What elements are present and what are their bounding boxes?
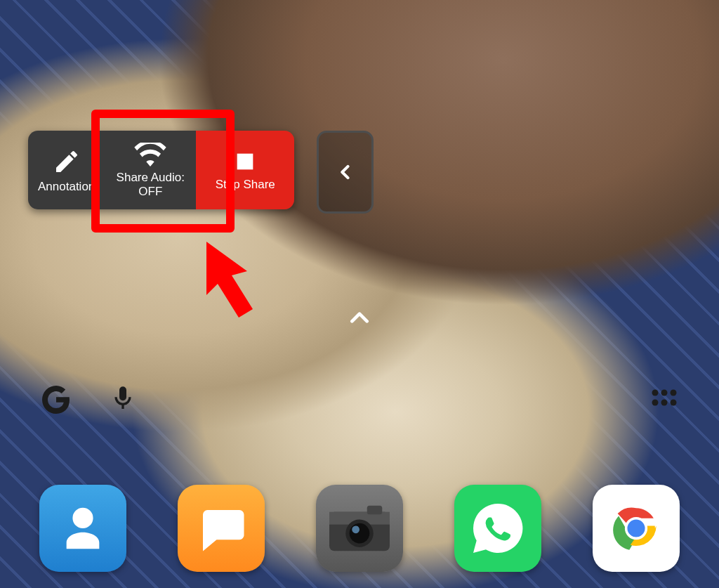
microphone-icon[interactable] (109, 381, 137, 415)
collapse-toolbar-button[interactable] (317, 131, 374, 214)
contacts-app-icon[interactable] (39, 485, 126, 572)
annotation-button[interactable]: Annotation (28, 131, 105, 209)
speech-bubble-icon (194, 501, 249, 556)
svg-point-4 (671, 390, 677, 396)
person-icon (58, 504, 107, 553)
app-drawer-indicator[interactable] (348, 309, 371, 326)
chevron-left-icon (336, 157, 355, 188)
svg-rect-0 (237, 154, 253, 170)
google-g-icon[interactable] (39, 381, 73, 415)
share-audio-label: Share Audio: OFF (117, 171, 185, 199)
chrome-app-icon[interactable] (593, 485, 680, 572)
stop-share-label: Stop Share (216, 178, 275, 192)
svg-point-16 (628, 521, 644, 536)
dock-bar (0, 469, 719, 588)
pencil-icon (53, 148, 81, 176)
whatsapp-icon (468, 499, 527, 558)
menu-dots-icon[interactable] (650, 388, 678, 407)
messages-app-icon[interactable] (178, 485, 265, 572)
screen-share-toolbar: Annotation Share Audio: OFF Stop Share (28, 131, 294, 209)
camera-icon (329, 504, 390, 553)
annotation-label: Annotation (38, 180, 95, 194)
svg-point-2 (652, 390, 659, 396)
svg-rect-10 (367, 506, 383, 515)
svg-point-7 (671, 400, 677, 406)
share-audio-button[interactable]: Share Audio: OFF (105, 131, 196, 209)
svg-point-3 (661, 390, 668, 396)
svg-point-13 (352, 525, 360, 533)
svg-point-5 (652, 400, 659, 406)
svg-point-6 (661, 400, 668, 406)
stop-share-button[interactable]: Stop Share (196, 131, 294, 209)
chrome-icon (606, 498, 666, 558)
camera-app-icon[interactable] (316, 485, 403, 572)
wifi-icon (134, 143, 166, 166)
svg-point-12 (350, 523, 370, 544)
stop-icon (233, 150, 257, 174)
whatsapp-app-icon[interactable] (454, 485, 541, 572)
